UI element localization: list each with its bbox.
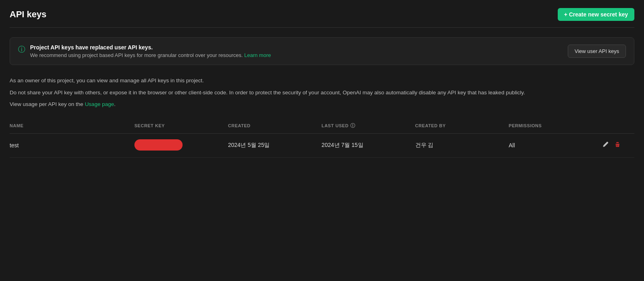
delete-key-icon[interactable] bbox=[614, 141, 621, 149]
table-header: NAME SECRET KEY CREATED LAST USED ⓘ CREA… bbox=[10, 118, 634, 134]
col-header-created: CREATED bbox=[228, 122, 321, 129]
notice-icon: ⓘ bbox=[18, 45, 25, 54]
table-row: test 2024년 5월 25일 2024년 7월 15일 건우 김 All bbox=[10, 134, 634, 158]
col-header-permissions: PERMISSIONS bbox=[509, 122, 602, 129]
key-created-by: 건우 김 bbox=[415, 142, 509, 149]
key-last-used-date: 2024년 7월 15일 bbox=[321, 142, 415, 149]
key-name: test bbox=[10, 142, 134, 149]
col-header-secret-key: SECRET KEY bbox=[134, 122, 228, 129]
last-used-info-icon: ⓘ bbox=[350, 122, 356, 129]
info-line-2: Do not share your API key with others, o… bbox=[10, 88, 634, 97]
learn-more-link[interactable]: Learn more bbox=[244, 52, 271, 58]
secret-key-value bbox=[134, 139, 228, 152]
col-header-created-by: CREATED BY bbox=[415, 122, 509, 129]
notice-description: We recommend using project based API key… bbox=[30, 52, 271, 58]
page-title: API keys bbox=[10, 9, 47, 20]
key-created-date: 2024년 5월 25일 bbox=[228, 142, 321, 149]
notice-title: Project API keys have replaced user API … bbox=[30, 44, 271, 51]
edit-key-icon[interactable] bbox=[602, 141, 609, 149]
col-header-last-used: LAST USED ⓘ bbox=[321, 122, 415, 129]
col-header-actions bbox=[602, 122, 634, 129]
notice-banner: ⓘ Project API keys have replaced user AP… bbox=[10, 37, 634, 65]
info-section: As an owner of this project, you can vie… bbox=[10, 76, 634, 109]
info-line-3: View usage per API key on the Usage page… bbox=[10, 100, 634, 109]
view-user-api-keys-button[interactable]: View user API keys bbox=[568, 45, 626, 58]
key-actions bbox=[602, 141, 634, 149]
col-header-name: NAME bbox=[10, 122, 134, 129]
create-secret-key-button[interactable]: + Create new secret key bbox=[558, 8, 634, 21]
secret-key-redacted bbox=[134, 139, 183, 151]
usage-page-link[interactable]: Usage page bbox=[85, 101, 114, 107]
key-permissions: All bbox=[509, 142, 602, 149]
info-line-1: As an owner of this project, you can vie… bbox=[10, 76, 634, 85]
api-keys-table: NAME SECRET KEY CREATED LAST USED ⓘ CREA… bbox=[10, 118, 634, 158]
